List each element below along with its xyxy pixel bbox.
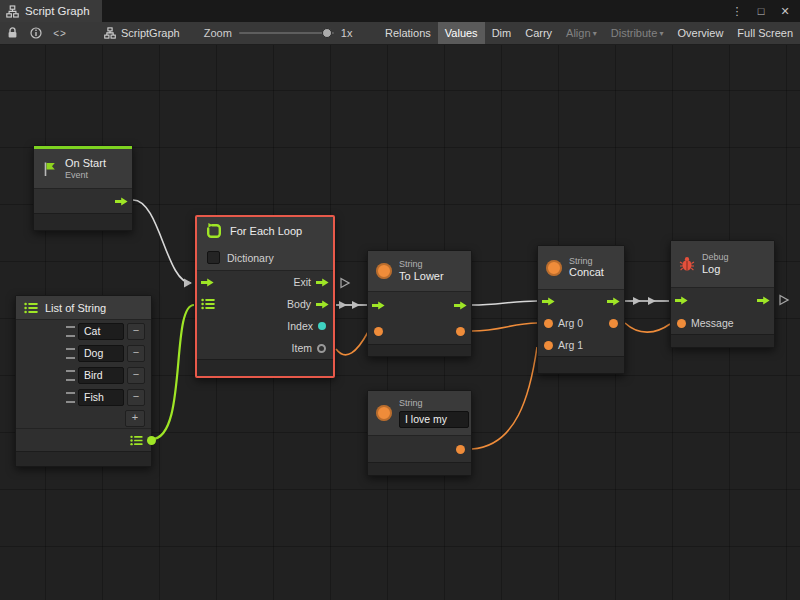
enter-port[interactable]: [372, 301, 385, 310]
value-output-port[interactable]: [456, 445, 465, 454]
list-item-row: Fish −: [16, 386, 151, 408]
list-icon: [24, 302, 38, 314]
arg1-input-port[interactable]: [544, 341, 553, 350]
remove-item-button[interactable]: −: [127, 389, 145, 406]
string-input-port[interactable]: [374, 327, 383, 336]
enter-port[interactable]: [201, 278, 214, 287]
dictionary-label: Dictionary: [227, 252, 274, 264]
remove-item-button[interactable]: −: [127, 323, 145, 340]
trigger-output-port[interactable]: [115, 197, 128, 206]
node-debug-log[interactable]: Debug Log Message: [670, 240, 775, 348]
zoom-label: Zoom: [204, 27, 232, 39]
string-value-field[interactable]: I love my: [399, 411, 469, 428]
string-type-icon: [546, 260, 562, 276]
node-footer: [368, 344, 471, 356]
remove-item-button[interactable]: −: [127, 345, 145, 362]
zoom-slider-handle[interactable]: [322, 28, 332, 38]
drag-handle-icon[interactable]: [66, 348, 75, 359]
node-title: On Start: [65, 157, 106, 170]
node-string-concat[interactable]: String Concat Arg 0 Arg 1: [537, 245, 625, 374]
exit-port[interactable]: [316, 278, 329, 287]
graph-name[interactable]: ScriptGraph: [104, 27, 180, 39]
result-output-port[interactable]: [456, 327, 465, 336]
drag-handle-icon[interactable]: [66, 392, 75, 403]
list-item-row: Cat −: [16, 320, 151, 342]
bug-icon: [679, 256, 695, 272]
zoom-slider[interactable]: [239, 32, 334, 34]
node-category: String: [399, 259, 444, 270]
arg0-input-port[interactable]: [544, 319, 553, 328]
message-input-port[interactable]: [677, 319, 686, 328]
node-title: Log: [702, 263, 729, 276]
tab-title: Script Graph: [25, 5, 90, 17]
node-footer: [538, 356, 624, 373]
loop-icon: [205, 222, 223, 240]
node-string-to-lower[interactable]: String To Lower: [367, 250, 472, 357]
node-subtitle: Event: [65, 170, 106, 181]
exit-port[interactable]: [454, 301, 467, 310]
info-icon[interactable]: [24, 22, 48, 44]
node-title: Concat: [569, 266, 604, 279]
maximize-icon[interactable]: [755, 5, 767, 18]
node-category: String: [569, 256, 604, 267]
list-item-field[interactable]: Bird: [78, 367, 124, 384]
node-footer: [34, 213, 132, 230]
title-bar: Script Graph: [0, 0, 800, 22]
list-input-port[interactable]: [201, 298, 215, 310]
relations-button[interactable]: Relations: [378, 22, 438, 44]
script-graph-icon: [104, 27, 116, 39]
list-item-field[interactable]: Fish: [78, 389, 124, 406]
index-output-port[interactable]: [318, 322, 326, 330]
tab-script-graph[interactable]: Script Graph: [0, 0, 102, 22]
node-for-each-loop[interactable]: For Each Loop Dictionary Exit Body Index: [195, 215, 335, 378]
enter-port[interactable]: [542, 297, 555, 306]
zoom-value: 1x: [341, 27, 353, 39]
full-screen-button[interactable]: Full Screen: [730, 22, 800, 44]
exit-port[interactable]: [607, 297, 620, 306]
node-list-of-string[interactable]: List of String Cat − Dog − Bird − Fish −…: [15, 295, 152, 467]
close-icon[interactable]: [779, 5, 791, 18]
code-icon[interactable]: [48, 22, 72, 44]
string-type-icon: [376, 405, 392, 421]
exit-port[interactable]: [757, 296, 770, 305]
remove-item-button[interactable]: −: [127, 367, 145, 384]
graph-toolbar: ScriptGraph Zoom 1x Relations Values Dim…: [0, 22, 800, 45]
distribute-dropdown[interactable]: Distribute: [604, 22, 671, 44]
drag-handle-icon[interactable]: [66, 326, 75, 337]
body-port[interactable]: [316, 300, 329, 309]
carry-button[interactable]: Carry: [518, 22, 559, 44]
script-graph-icon: [6, 5, 19, 18]
node-title: To Lower: [399, 270, 444, 283]
drag-handle-icon[interactable]: [66, 370, 75, 381]
node-on-start[interactable]: On Start Event: [33, 145, 133, 231]
node-footer: [368, 462, 471, 475]
list-output-port[interactable]: [147, 436, 156, 445]
values-button[interactable]: Values: [438, 22, 485, 44]
add-item-button[interactable]: +: [125, 410, 145, 427]
node-category: Debug: [702, 252, 729, 263]
dictionary-checkbox[interactable]: [207, 251, 220, 264]
node-title: For Each Loop: [230, 225, 302, 237]
enter-port[interactable]: [675, 296, 688, 305]
align-dropdown[interactable]: Align: [559, 22, 604, 44]
list-item-field[interactable]: Dog: [78, 345, 124, 362]
result-output-port[interactable]: [609, 319, 618, 328]
node-footer: [197, 359, 333, 376]
overview-button[interactable]: Overview: [671, 22, 731, 44]
list-output-icon: [130, 435, 143, 446]
dim-button[interactable]: Dim: [485, 22, 519, 44]
node-string-literal[interactable]: String I love my: [367, 390, 472, 476]
window-menu-icon[interactable]: [731, 5, 743, 18]
node-footer: [16, 451, 151, 466]
lock-icon[interactable]: [0, 22, 24, 44]
node-footer: [671, 334, 774, 347]
flag-icon: [42, 161, 58, 177]
node-title: List of String: [45, 302, 106, 314]
list-item-field[interactable]: Cat: [78, 323, 124, 340]
list-item-row: Bird −: [16, 364, 151, 386]
string-type-icon: [376, 263, 392, 279]
node-category: String: [399, 398, 469, 409]
item-output-port[interactable]: [317, 344, 326, 353]
list-item-row: Dog −: [16, 342, 151, 364]
